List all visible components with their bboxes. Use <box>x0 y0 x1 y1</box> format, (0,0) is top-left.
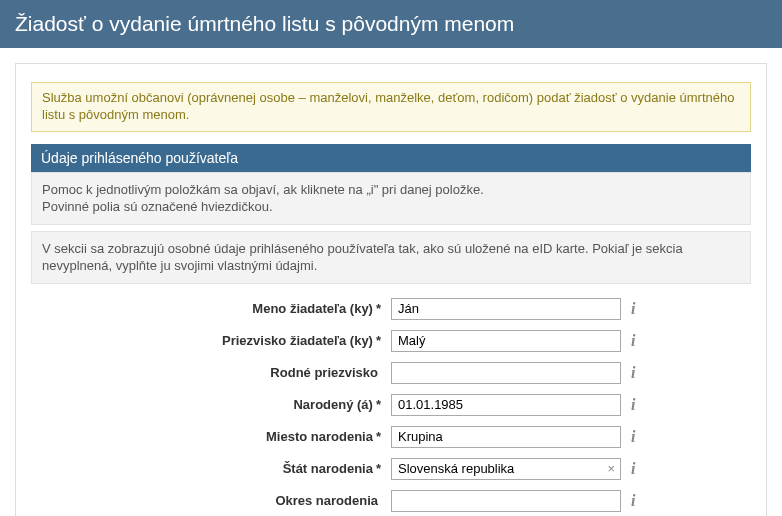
row-last-name: Priezvisko žiadateľa (ky)* i <box>31 330 751 352</box>
info-icon[interactable]: i <box>631 364 635 382</box>
label-birth-date-text: Narodený (á) <box>293 397 372 412</box>
required-mark: * <box>376 429 381 444</box>
maiden-name-input[interactable] <box>391 362 621 384</box>
help-line-2: Povinné polia sú označené hviezdičkou. <box>42 198 740 216</box>
required-mark: * <box>376 397 381 412</box>
help-line-1: Pomoc k jednotlivým položkám sa objaví, … <box>42 181 740 199</box>
label-birth-country-text: Štát narodenia <box>283 461 373 476</box>
section-description: V sekcii sa zobrazujú osobné údaje prihl… <box>31 231 751 284</box>
required-mark: * <box>376 461 381 476</box>
label-first-name-text: Meno žiadateľa (ky) <box>252 301 373 316</box>
help-box: Pomoc k jednotlivým položkám sa objaví, … <box>31 172 751 225</box>
page-title: Žiadosť o vydanie úmrtného listu s pôvod… <box>0 0 782 48</box>
birth-district-input[interactable] <box>391 490 621 512</box>
row-birth-district: Okres narodenia i <box>31 490 751 512</box>
birth-place-input[interactable] <box>391 426 621 448</box>
label-last-name: Priezvisko žiadateľa (ky)* <box>31 333 391 348</box>
clear-icon[interactable]: × <box>607 461 615 476</box>
required-mark: * <box>376 333 381 348</box>
row-maiden-name: Rodné priezvisko i <box>31 362 751 384</box>
label-last-name-text: Priezvisko žiadateľa (ky) <box>222 333 373 348</box>
info-icon[interactable]: i <box>631 428 635 446</box>
label-birth-date: Narodený (á)* <box>31 397 391 412</box>
section-header: Údaje prihláseného používateľa <box>31 144 751 172</box>
info-icon[interactable]: i <box>631 332 635 350</box>
birth-country-input[interactable] <box>391 458 621 480</box>
label-birth-district-text: Okres narodenia <box>275 493 378 508</box>
label-birth-district: Okres narodenia <box>31 493 391 508</box>
row-birth-country: Štát narodenia* × i <box>31 458 751 480</box>
first-name-input[interactable] <box>391 298 621 320</box>
required-mark: * <box>376 301 381 316</box>
info-icon[interactable]: i <box>631 492 635 510</box>
row-first-name: Meno žiadateľa (ky)* i <box>31 298 751 320</box>
row-birth-date: Narodený (á)* i <box>31 394 751 416</box>
label-birth-place-text: Miesto narodenia <box>266 429 373 444</box>
last-name-input[interactable] <box>391 330 621 352</box>
row-birth-place: Miesto narodenia* i <box>31 426 751 448</box>
intro-description: Služba umožní občanovi (oprávnenej osobe… <box>31 82 751 132</box>
label-maiden-name: Rodné priezvisko <box>31 365 391 380</box>
content-panel: Služba umožní občanovi (oprávnenej osobe… <box>15 63 767 516</box>
label-birth-country: Štát narodenia* <box>31 461 391 476</box>
label-maiden-name-text: Rodné priezvisko <box>270 365 378 380</box>
label-birth-place: Miesto narodenia* <box>31 429 391 444</box>
info-icon[interactable]: i <box>631 396 635 414</box>
label-first-name: Meno žiadateľa (ky)* <box>31 301 391 316</box>
birth-date-input[interactable] <box>391 394 621 416</box>
info-icon[interactable]: i <box>631 460 635 478</box>
info-icon[interactable]: i <box>631 300 635 318</box>
